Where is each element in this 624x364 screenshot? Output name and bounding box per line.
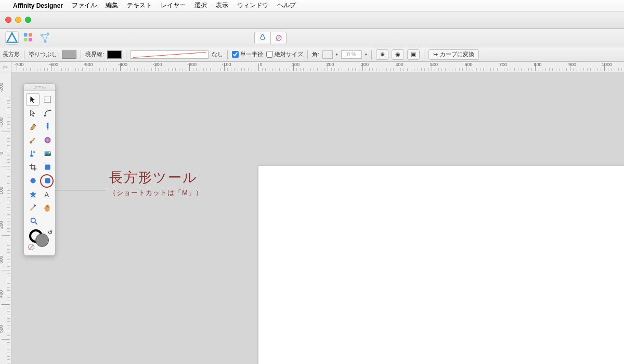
menu-help[interactable]: ヘルプ [277, 1, 296, 10]
brush-tool-icon[interactable] [26, 134, 40, 146]
color-selector[interactable]: ↺ [26, 229, 54, 250]
svg-rect-17 [46, 123, 48, 128]
svg-point-25 [48, 152, 50, 153]
menu-window[interactable]: ウィンドウ [237, 1, 268, 10]
window-zoom-button[interactable] [25, 17, 31, 23]
svg-line-33 [35, 222, 37, 224]
snap-toggle-group [254, 32, 287, 44]
svg-point-19 [30, 141, 32, 143]
annotation-ring-icon [40, 174, 54, 188]
stroke-swatch[interactable] [107, 50, 122, 59]
window-titlebar [0, 11, 624, 29]
pixel-persona-icon[interactable] [22, 31, 35, 45]
svg-rect-2 [29, 33, 32, 36]
artistic-text-tool-icon[interactable]: A [41, 188, 54, 200]
stroke-label: 境界線: [85, 50, 104, 58]
annotation-subtitle: （ショートカットは「M」） [109, 188, 203, 198]
artboard-tool-icon[interactable] [41, 93, 54, 106]
move-tool-icon[interactable] [26, 93, 40, 106]
horizontal-ruler: -700-600-500-400-300-200-100010020030040… [11, 62, 624, 72]
tools-panel: ツール A ↺ [23, 83, 56, 256]
fill-color-circle-icon[interactable] [35, 233, 49, 247]
menu-file[interactable]: ファイル [72, 1, 97, 10]
node-tool-icon[interactable] [26, 107, 40, 119]
pen-tool-icon[interactable] [26, 120, 40, 133]
fill-swatch[interactable] [62, 50, 76, 59]
svg-point-20 [44, 137, 50, 143]
svg-rect-26 [45, 164, 50, 170]
svg-point-15 [44, 114, 45, 116]
no-color-icon[interactable] [28, 244, 34, 250]
context-toolbar: 長方形 塗りつぶし: 境界線: なし 単一半径 絶対サイズ 角: ▾ 0 % ▾… [0, 47, 624, 62]
window-minimize-button[interactable] [15, 17, 21, 23]
window-close-button[interactable] [5, 17, 11, 23]
menu-layer[interactable]: レイヤー [161, 1, 186, 10]
export-persona-icon[interactable] [38, 31, 52, 45]
svg-marker-18 [46, 128, 48, 129]
svg-marker-29 [29, 190, 36, 198]
svg-rect-4 [29, 38, 32, 42]
ruler-unit-label: px [0, 62, 11, 72]
annotation-callout: 長方形ツール （ショートカットは「M」） [55, 172, 203, 198]
absolute-size-checkbox[interactable]: 絶対サイズ [266, 50, 303, 58]
fill-label: 塗りつぶし: [29, 50, 59, 58]
menu-text[interactable]: テキスト [127, 1, 152, 10]
view-hand-tool-icon[interactable] [41, 201, 54, 214]
annotation-title: 長方形ツール [109, 168, 203, 187]
svg-rect-3 [24, 38, 28, 42]
single-radius-checkbox[interactable]: 単一半径 [232, 50, 263, 58]
artboard-page[interactable] [258, 166, 624, 364]
svg-point-32 [31, 218, 35, 223]
svg-point-21 [30, 155, 33, 157]
place-image-tool-icon[interactable] [41, 147, 54, 160]
corner-tool-icon[interactable] [41, 107, 54, 119]
corner-percent-field[interactable]: 0 % [341, 50, 362, 59]
stroke-style-preview[interactable] [131, 50, 209, 59]
color-picker-tool-icon[interactable] [26, 201, 40, 214]
svg-rect-10 [45, 97, 50, 102]
rectangle-tool-icon[interactable] [41, 161, 54, 173]
zoom-tool-icon[interactable] [27, 215, 41, 227]
canvas-area[interactable] [11, 72, 624, 364]
convert-to-curves-button[interactable]: ↪カーブに変換 [428, 49, 479, 60]
svg-marker-0 [7, 33, 17, 42]
corner-type-dropdown[interactable] [322, 50, 333, 59]
mac-menubar: Affinity Designer ファイル 編集 テキスト レイヤー 選択 表… [0, 0, 624, 11]
transparency-tool-icon[interactable] [26, 147, 40, 160]
designer-persona-icon[interactable] [5, 31, 19, 45]
ellipse-tool-icon[interactable] [26, 174, 40, 187]
pencil-tool-icon[interactable] [41, 120, 54, 133]
svg-point-16 [49, 109, 50, 111]
menu-view[interactable]: 表示 [216, 1, 228, 10]
tools-panel-title: ツール [24, 84, 55, 91]
shape-name-label: 長方形 [3, 50, 20, 58]
snap-shape-icon[interactable] [255, 32, 270, 44]
stroke-style-label: なし [212, 50, 223, 58]
align-center-icon[interactable]: ⊕ [376, 49, 388, 60]
vertical-ruler: -200-1000100200300400500 [0, 72, 11, 364]
svg-rect-1 [24, 33, 28, 36]
menu-edit[interactable]: 編集 [106, 1, 118, 10]
show-rotation-icon[interactable]: ◉ [392, 49, 404, 60]
svg-rect-22 [33, 151, 35, 153]
fill-tool-icon[interactable] [41, 134, 54, 146]
menu-select[interactable]: 選択 [194, 1, 207, 10]
reset-box-icon[interactable]: ▣ [407, 49, 420, 60]
swap-colors-icon[interactable]: ↺ [48, 229, 53, 236]
crop-tool-icon[interactable] [26, 161, 40, 173]
snap-off-icon[interactable] [270, 32, 286, 44]
corner-label: 角: [312, 50, 319, 58]
svg-point-27 [30, 178, 35, 183]
svg-text:A: A [44, 190, 49, 198]
app-name[interactable]: Affinity Designer [13, 2, 63, 9]
star-tool-icon[interactable] [26, 188, 40, 200]
annotation-line [55, 190, 106, 190]
persona-toolbar [0, 29, 624, 47]
